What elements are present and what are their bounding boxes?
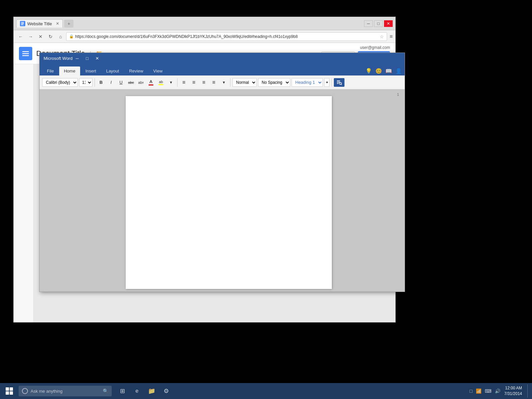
forward-btn[interactable]: → [26, 32, 35, 41]
word-window-controls: ─ □ ✕ [72, 54, 102, 63]
word-right-sidebar: 1 [391, 89, 405, 292]
browser-navbar: ← → ✕ ↻ ⌂ 🔒 https://docs.google.com/docu… [14, 30, 395, 43]
cortana-search-bar[interactable]: Ask me anything 🔍 [19, 386, 112, 396]
toolbar-divider-3 [230, 78, 230, 87]
taskbar-pinned-icons: ⊞ e 📁 ⚙ [117, 386, 172, 396]
svg-rect-16 [10, 391, 13, 395]
start-button[interactable] [3, 384, 16, 398]
maximize-btn[interactable]: □ [374, 20, 383, 27]
taskbar-right: □ 📶 ⌨ 🔊 12:00 AM 7/31/2014 [469, 384, 529, 398]
task-view-icon[interactable]: ⊞ [117, 386, 128, 396]
address-bar[interactable]: 🔒 https://docs.google.com/document/d/1l6… [66, 32, 387, 41]
svg-line-12 [341, 84, 342, 85]
subscript-button[interactable]: abx [137, 78, 145, 87]
highlight-button[interactable]: ab [157, 78, 165, 87]
underline-button[interactable]: U [117, 78, 125, 87]
notifications-icon[interactable]: □ [469, 388, 472, 394]
url-text: https://docs.google.com/document/d/1l6uF… [75, 34, 298, 39]
home-btn[interactable]: ⌂ [56, 32, 65, 41]
more-text-btn[interactable]: ▾ [167, 78, 175, 87]
tab-title: Website Title [27, 21, 52, 26]
font-color-indicator: A [149, 79, 153, 85]
refresh-btn[interactable]: ↻ [46, 32, 55, 41]
toolbar-divider-2 [177, 78, 178, 87]
volume-icon[interactable]: 🔊 [495, 388, 500, 394]
clock-time: 12:00 AM [504, 385, 522, 391]
ribbon-tab-layout[interactable]: Layout [101, 66, 124, 75]
keyboard-icon[interactable]: ⌨ [485, 388, 491, 394]
user-email: user@gmail.com [321, 45, 390, 50]
ribbon-tab-insert[interactable]: Insert [81, 66, 101, 75]
decrease-indent-button[interactable]: ≡ [200, 78, 208, 87]
svg-point-11 [339, 82, 341, 84]
bold-button[interactable]: B [97, 78, 105, 87]
ribbon-right-icons: 💡 😊 📖 👤 [365, 68, 402, 75]
word-document-page[interactable] [126, 96, 332, 289]
word-titlebar: Microsoft Word ─ □ ✕ [40, 53, 405, 64]
book-icon[interactable]: 📖 [385, 68, 392, 74]
toolbar-divider-1 [94, 78, 95, 87]
highlight-indicator: ab [159, 80, 163, 85]
bullet-list-button[interactable]: ≡ [180, 78, 188, 87]
file-explorer-icon[interactable]: 📁 [146, 386, 157, 396]
window-controls: ─ □ ✕ [364, 20, 393, 27]
docs-menu-icon[interactable] [19, 47, 32, 60]
hamburger-menu-icon[interactable]: ≡ [390, 34, 393, 40]
internet-explorer-icon[interactable]: e [132, 386, 142, 396]
close-page-btn[interactable]: ✕ [36, 32, 45, 41]
docs-left-sidebar [14, 64, 34, 322]
person-icon[interactable]: 👤 [395, 68, 402, 74]
word-left-sidebar [40, 89, 66, 292]
word-minimize-btn[interactable]: ─ [72, 54, 82, 63]
google-docs-favicon [20, 21, 25, 26]
svg-rect-5 [22, 53, 29, 54]
toolbar-divider-4 [332, 78, 332, 87]
page-number-indicator: 1 [397, 93, 399, 96]
heading-selector[interactable]: Heading 1 [292, 78, 323, 87]
font-size-selector[interactable]: 11 [79, 78, 92, 87]
svg-rect-8 [337, 80, 340, 81]
paragraph-spacing-btn[interactable]: ▾ [219, 78, 228, 87]
styles-dropdown-btn[interactable]: ▾ [324, 78, 330, 87]
minimize-btn[interactable]: ─ [364, 20, 373, 27]
system-clock: 12:00 AM 7/31/2014 [504, 385, 522, 397]
ribbon-tab-review[interactable]: Review [124, 66, 148, 75]
svg-rect-6 [22, 55, 29, 56]
close-btn[interactable]: ✕ [384, 20, 393, 27]
style-no-spacing-selector[interactable]: No Spacing [258, 78, 290, 87]
svg-rect-9 [337, 82, 340, 82]
word-window: Microsoft Word ─ □ ✕ File Home Insert La… [39, 53, 405, 292]
tab-close-btn[interactable]: ✕ [56, 21, 59, 26]
word-content-area: 1 [40, 89, 405, 292]
search-icon: 🔍 [103, 388, 108, 394]
show-desktop-btn[interactable] [527, 384, 529, 398]
word-close-btn[interactable]: ✕ [92, 54, 102, 63]
svg-rect-4 [22, 51, 29, 52]
clock-date: 7/31/2014 [504, 391, 522, 397]
numbered-list-button[interactable]: ≡ [190, 78, 198, 87]
style-normal-selector[interactable]: Normal [232, 78, 257, 87]
taskbar: Ask me anything 🔍 ⊞ e 📁 ⚙ □ 📶 ⌨ 🔊 12:00 … [0, 383, 532, 399]
increase-indent-button[interactable]: ≡ [209, 78, 218, 87]
back-btn[interactable]: ← [16, 32, 25, 41]
wifi-icon[interactable]: 📶 [476, 388, 481, 394]
ribbon-tab-view[interactable]: View [149, 66, 167, 75]
cortana-placeholder: Ask me anything [31, 389, 63, 394]
browser-titlebar: Website Title ✕ + ─ □ ✕ [14, 17, 395, 30]
word-maximize-btn[interactable]: □ [82, 54, 92, 63]
find-replace-btn[interactable] [334, 78, 344, 87]
font-color-button[interactable]: A [147, 78, 155, 87]
ribbon-tab-file[interactable]: File [42, 66, 59, 75]
bookmark-icon[interactable]: ☆ [380, 34, 384, 39]
ribbon-tab-home[interactable]: Home [59, 66, 80, 75]
smiley-icon[interactable]: 😊 [375, 68, 382, 74]
new-tab-btn[interactable]: + [64, 20, 73, 28]
word-page-area[interactable] [66, 89, 391, 292]
strikethrough-button[interactable]: abc [127, 78, 135, 87]
lightbulb-icon[interactable]: 💡 [365, 68, 372, 74]
font-selector[interactable]: Calibri (Body) [42, 78, 78, 87]
browser-tab[interactable]: Website Title ✕ [16, 19, 63, 28]
word-title: Microsoft Word [44, 56, 72, 61]
settings-icon[interactable]: ⚙ [161, 386, 172, 396]
italic-button[interactable]: I [107, 78, 115, 87]
